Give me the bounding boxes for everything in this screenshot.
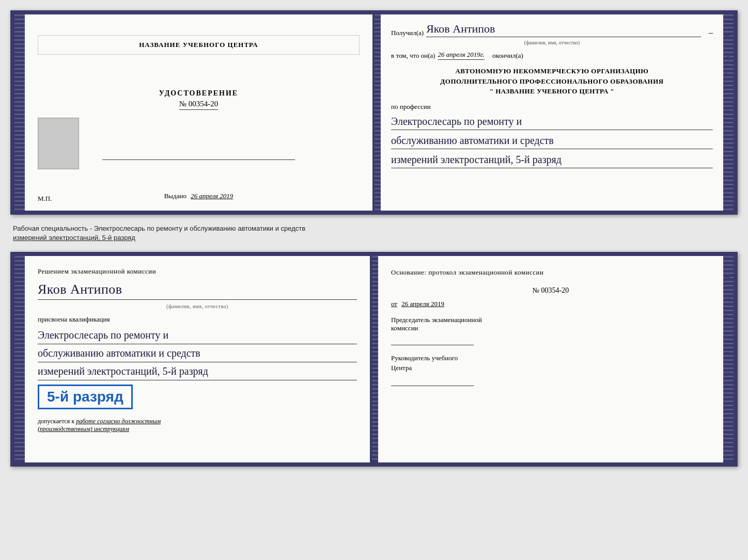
razryad-box: 5-й разряд: [38, 385, 133, 409]
resheniem-block: Решением экзаменационной комиссии Яков А…: [38, 266, 357, 310]
between-books-text: Рабочая специальность - Электрослесарь п…: [10, 220, 738, 247]
rukovoditel-block: Руководитель учебного Центра: [391, 353, 710, 386]
top-right-page: Получил(а) Яков Антипов – (фамилия, имя,…: [381, 14, 723, 211]
dopusk-text2: (производственным) инструкциям: [38, 425, 129, 433]
b-edge-dash-6: [725, 362, 730, 363]
between-line1: Рабочая специальность - Электрослесарь п…: [13, 224, 735, 233]
recipient-name: Яков Антипов: [426, 22, 701, 37]
cert-spine: [375, 14, 381, 211]
b-edge-text-arrow: ←: [725, 326, 731, 332]
profession-label: по профессии: [391, 103, 431, 110]
edge-dash-4: [725, 100, 730, 101]
top-certificate-book: НАЗВАНИЕ УЧЕБНОГО ЦЕНТРА УДОСТОВЕРЕНИЕ №…: [10, 10, 738, 215]
b-edge-dash-4: [725, 342, 730, 343]
mp-line: М.П.: [38, 195, 52, 203]
bottom-right-page: Основание: протокол экзаменационной коми…: [378, 256, 723, 462]
b-edge-dash-1: [725, 266, 730, 267]
resheniem-label: Решением экзаменационной комиссии: [38, 266, 357, 277]
b-edge-text-a: а: [725, 311, 731, 317]
page-container: НАЗВАНИЕ УЧЕБНОГО ЦЕНТРА УДОСТОВЕРЕНИЕ №…: [10, 10, 738, 467]
udostoverenie-number: № 00354-20: [179, 100, 219, 110]
profession-line3: измерений электростанций, 5-й разряд: [391, 151, 713, 168]
rukovoditel-label: Руководитель учебного: [391, 353, 710, 363]
org-line1: АВТОНОМНУЮ НЕКОММЕРЧЕСКУЮ ОРГАНИЗАЦИЮ: [391, 66, 713, 76]
predsedatel-label2: комиссии: [391, 324, 710, 332]
bottom-left-spine: [14, 256, 25, 462]
protocol-number-block: № 00354-20: [391, 286, 710, 295]
rukovoditel-label2: Центра: [391, 363, 710, 373]
org-line2: ДОПОЛНИТЕЛЬНОГО ПРОФЕССИОНАЛЬНОГО ОБРАЗО…: [391, 76, 713, 87]
poluchil-line: Получил(а) Яков Антипов –: [391, 22, 713, 37]
vydano-date: 26 апреля 2019: [191, 192, 233, 200]
edge-dash-1: [725, 25, 730, 26]
qual-line2: обслуживанию автоматики и средств: [38, 344, 357, 362]
between-line1-text: Рабочая специальность - Электрослесарь п…: [13, 225, 305, 232]
school-name-top: НАЗВАНИЕ УЧЕБНОГО ЦЕНТРА: [38, 35, 360, 55]
ot-date: 26 апреля 2019: [401, 300, 444, 308]
b-edge-text-i: И: [725, 297, 731, 301]
osnovanie-label: Основание: протокол экзаменационной коми…: [391, 268, 543, 276]
edge-text-a: а: [725, 69, 731, 75]
profession-block: по профессии Электрослесарь по ремонту и…: [391, 103, 713, 168]
vydano-line: Выдано 26 апреля 2019: [164, 192, 233, 200]
protocol-number: № 00354-20: [533, 286, 569, 294]
vydano-label: Выдано: [164, 192, 186, 200]
osnovanie-block: Основание: протокол экзаменационной коми…: [391, 266, 710, 278]
org-block: АВТОНОМНУЮ НЕКОММЕРЧЕСКУЮ ОРГАНИЗАЦИЮ ДО…: [391, 66, 713, 97]
bottom-cert-spine: [372, 256, 378, 462]
b-edge-dash-5: [725, 352, 730, 353]
right-edge-decorations: И а ←: [725, 25, 731, 122]
b-edge-dash-2: [725, 277, 730, 278]
between-line2: измерений электростанций, 5-й разряд: [13, 233, 735, 243]
dopuskaetsya-line: допускается к работе согласно должностны…: [38, 418, 357, 433]
udostoverenie-title: УДОСТОВЕРЕНИЕ: [159, 89, 238, 98]
ot-label: от: [391, 300, 397, 308]
predsedatel-signature-line: [391, 335, 474, 345]
between-line2-text: измерений электростанций, 5-й разряд: [13, 234, 135, 242]
org-line3: " НАЗВАНИЕ УЧЕБНОГО ЦЕНТРА ": [391, 86, 713, 97]
ot-line: от 26 апреля 2019: [391, 300, 710, 308]
qual-line1: Электрослесарь по ремонту и: [38, 326, 357, 344]
bottom-recipient-name: Яков Антипов: [38, 279, 357, 300]
prisvoena-line: присвоена квалификация: [38, 315, 357, 324]
b-edge-dash-7: [725, 373, 730, 374]
qual-line3: измерений электростанций, 5-й разряд: [38, 362, 357, 380]
photo-placeholder: [38, 118, 79, 169]
completion-date: 26 апреля 2019г.: [438, 51, 485, 60]
edge-dash-6: [725, 121, 730, 122]
edge-dash-3: [725, 45, 730, 46]
edge-dash-5: [725, 110, 730, 111]
bottom-left-page: Решением экзаменационной комиссии Яков А…: [25, 256, 372, 462]
dash-separator: –: [709, 28, 713, 37]
predsedatel-label: Председатель экзаменационной: [391, 316, 710, 324]
edge-text-arrow: ←: [725, 85, 731, 91]
predsedatel-block: Председатель экзаменационной комиссии: [391, 316, 710, 345]
vtom-line: в том, что он(а) 26 апреля 2019г. окончи…: [391, 51, 713, 60]
edge-dash-2: [725, 35, 730, 36]
edge-text-i: И: [725, 56, 731, 60]
bottom-certificate-book: Решением экзаменационной комиссии Яков А…: [10, 252, 738, 467]
dopusk-text: работе согласно должностным: [76, 418, 161, 425]
poluchil-label: Получил(а): [391, 29, 424, 37]
left-spine-decoration: [14, 14, 25, 211]
b-edge-dash-3: [725, 287, 730, 288]
qualification-block: Электрослесарь по ремонту и обслуживанию…: [38, 326, 357, 380]
dopusk-label: допускается к: [38, 418, 74, 425]
fio-label-top: (фамилия, имя, отчество): [391, 40, 713, 45]
profession-line2: обслуживанию автоматики и средств: [391, 132, 713, 149]
vtom-label: в том, что он(а): [391, 52, 435, 60]
razryad-text: 5-й разряд: [47, 389, 123, 405]
rukovoditel-signature-line: [391, 376, 474, 386]
bottom-right-edge-decorations: И а ←: [725, 266, 731, 384]
top-left-page: НАЗВАНИЕ УЧЕБНОГО ЦЕНТРА УДОСТОВЕРЕНИЕ №…: [25, 14, 375, 211]
b-edge-dash-8: [725, 383, 730, 384]
fio-label-bottom: (фамилия, имя, отчество): [38, 302, 357, 310]
okonchil-label: окончил(а): [492, 52, 523, 60]
udostoverenie-block: УДОСТОВЕРЕНИЕ № 00354-20: [159, 89, 238, 110]
profession-line1: Электрослесарь по ремонту и: [391, 113, 713, 130]
